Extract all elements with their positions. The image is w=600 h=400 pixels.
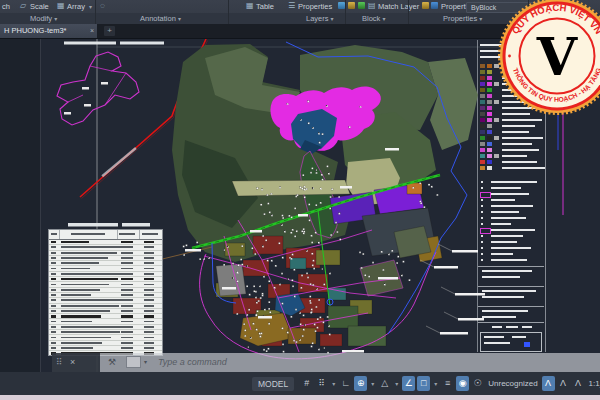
status-toggles: #⠿▾∟⊕▾△▾∠□▾≡◉☉UnrecognizedΛΛΛ1:1_XREF▾⚙ xyxy=(300,376,600,391)
legend-item xyxy=(482,290,536,292)
legend-item xyxy=(481,223,483,225)
recent-commands-icon[interactable] xyxy=(126,356,141,368)
lineweight-icon[interactable]: ≡ xyxy=(441,376,454,391)
isodraft-icon[interactable]: △ xyxy=(378,376,391,391)
legend-item xyxy=(480,82,485,86)
chevron-down-icon[interactable]: ▾ xyxy=(144,353,147,372)
annotation-current-icon[interactable]: Λ xyxy=(572,376,585,391)
legend-item xyxy=(491,181,537,183)
layer-tool-icon[interactable] xyxy=(348,2,355,9)
legend-item xyxy=(487,82,492,86)
legend-item xyxy=(502,155,527,157)
legend-item xyxy=(480,70,485,74)
tab-close-icon[interactable]: × xyxy=(90,24,94,38)
chevron-down-icon[interactable]: ▾ xyxy=(369,380,376,387)
panel-modify[interactable]: Modify ▾ xyxy=(30,14,57,23)
table-tool-button[interactable]: Table xyxy=(256,2,274,11)
geo-globe-icon[interactable]: ☉ xyxy=(471,376,484,391)
panel-layers[interactable]: Layers ▾ xyxy=(306,14,334,23)
legend-item xyxy=(506,326,518,328)
chevron-down-icon[interactable]: ▾ xyxy=(330,380,337,387)
chevron-down-icon[interactable]: ▾ xyxy=(393,380,400,387)
stretch-tool-partial[interactable]: ch xyxy=(2,2,10,11)
legend-item xyxy=(502,161,537,163)
chevron-down-icon[interactable]: ▾ xyxy=(432,380,439,387)
geo-marker-icon[interactable]: ◉ xyxy=(456,376,469,391)
legend-item xyxy=(491,205,533,207)
otrack-icon[interactable]: ∠ xyxy=(402,376,415,391)
match-layer-button[interactable]: Match Layer xyxy=(378,2,419,11)
layer-tool-icon[interactable] xyxy=(338,2,345,9)
taskbar-edge xyxy=(0,395,600,400)
legend-item xyxy=(487,76,492,80)
legend-item xyxy=(480,124,485,128)
legend-item xyxy=(487,130,492,134)
table-icon: ▦ xyxy=(246,1,254,10)
grid-icon[interactable]: # xyxy=(300,376,313,391)
command-line-bar: ⠿ × ⚒ ▾ Type a command xyxy=(52,353,600,372)
properties-list-icon: ☰ xyxy=(288,1,295,10)
drawing-title-text xyxy=(64,42,164,227)
legend-item xyxy=(491,229,535,231)
legend-item xyxy=(480,88,485,92)
legend-item xyxy=(487,112,492,116)
array-tool-button[interactable]: Array xyxy=(67,2,85,11)
legend-item xyxy=(481,259,483,261)
layer-tool-icon[interactable] xyxy=(431,2,438,9)
offsheet-margin xyxy=(0,38,40,372)
annotation-scale-control-label[interactable]: 1:1_XREF xyxy=(589,379,600,388)
panel-separator xyxy=(345,0,346,24)
layer-tool-icon[interactable] xyxy=(422,2,429,9)
layer-tool-icon[interactable] xyxy=(358,2,365,9)
quy-hoach-stamp-badge: QUY HOẠCH VIỆT VN THÔNG TIN QUY HOẠCH - … xyxy=(494,0,600,124)
legend-item xyxy=(484,336,504,338)
lasso-icon[interactable]: ◌ xyxy=(100,1,105,10)
landuse-statistics-table xyxy=(48,229,163,356)
scale-tool-button[interactable]: Scale xyxy=(30,2,49,11)
panel-annotation[interactable]: Annotation ▾ xyxy=(140,14,181,23)
legend-item xyxy=(487,100,492,104)
customize-wrench-icon[interactable]: ⚒ xyxy=(108,353,116,372)
command-input-placeholder[interactable]: Type a command xyxy=(158,353,227,372)
legend-item xyxy=(487,106,492,110)
legend-item xyxy=(481,181,483,183)
legend-item xyxy=(491,247,531,249)
chevron-down-icon: ▾ xyxy=(382,16,385,22)
legend-item xyxy=(487,70,492,74)
properties-tool-button[interactable]: Properties xyxy=(298,2,332,11)
legend-item xyxy=(491,211,519,213)
osnap-icon[interactable]: □ xyxy=(417,376,430,391)
new-tab-button[interactable]: + xyxy=(104,26,115,36)
scale-icon: ▱ xyxy=(20,1,26,10)
panel-properties[interactable]: Properties ▾ xyxy=(443,14,482,23)
legend-item xyxy=(487,154,492,158)
polar-tracking-icon[interactable]: ⊕ xyxy=(354,376,367,391)
annotation-visibility-icon[interactable]: Λ xyxy=(542,376,555,391)
annotation-autoscale-icon[interactable]: Λ xyxy=(557,376,570,391)
ortho-icon[interactable]: ∟ xyxy=(339,376,352,391)
status-bar: MODEL #⠿▾∟⊕▾△▾∠□▾≡◉☉UnrecognizedΛΛΛ1:1_X… xyxy=(0,372,600,395)
legend-item xyxy=(478,306,544,307)
legend-item xyxy=(478,322,544,323)
chevron-down-icon: ▾ xyxy=(54,16,57,22)
legend-item xyxy=(480,94,485,98)
chevron-down-icon: ▾ xyxy=(331,16,334,22)
legend-item xyxy=(502,149,539,151)
geo-globe-icon-label[interactable]: Unrecognized xyxy=(488,379,537,388)
drag-grip-icon[interactable]: ⠿ xyxy=(56,353,63,372)
drawing-tab-active[interactable]: H PHUONG-tem3* × xyxy=(0,24,97,38)
chevron-down-icon[interactable]: ▾ xyxy=(89,3,92,10)
close-icon[interactable]: × xyxy=(70,353,75,372)
legend-item xyxy=(480,64,485,68)
legend-item xyxy=(487,136,492,140)
legend-item xyxy=(481,187,483,189)
model-space-button[interactable]: MODEL xyxy=(252,377,294,391)
legend-item xyxy=(481,217,483,219)
legend-item xyxy=(502,125,535,127)
legend-item xyxy=(480,192,491,198)
panel-block[interactable]: Block ▾ xyxy=(362,14,385,23)
snap-icon[interactable]: ⠿ xyxy=(315,376,328,391)
legend-item xyxy=(480,112,485,116)
legend-item xyxy=(482,296,524,298)
command-input-area[interactable]: ⚒ ▾ Type a command xyxy=(100,353,600,372)
